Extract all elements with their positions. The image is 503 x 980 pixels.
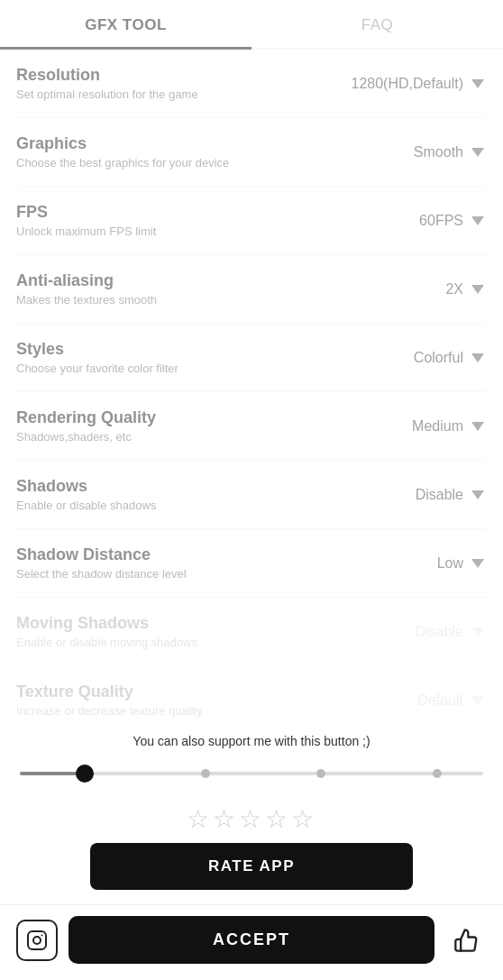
rate-app-button[interactable]: RATE APP <box>90 843 413 890</box>
slider-track[interactable] <box>20 772 483 775</box>
support-text: You can also support me with this button… <box>0 721 503 757</box>
svg-rect-12 <box>28 931 46 949</box>
overlay-blur <box>0 0 503 721</box>
svg-point-14 <box>41 934 43 936</box>
slider-row <box>0 757 503 797</box>
slider-thumb[interactable] <box>76 765 94 783</box>
instagram-button[interactable] <box>16 920 58 961</box>
instagram-icon <box>26 930 48 951</box>
thumbs-up-button[interactable] <box>445 920 487 961</box>
svg-point-13 <box>33 937 41 944</box>
slider-dot-2 <box>316 769 325 778</box>
thumbs-up-icon <box>453 928 479 953</box>
slider-dot-3 <box>433 769 442 778</box>
accept-button[interactable]: ACCEPT <box>69 916 434 964</box>
slider-dot-1 <box>201 769 210 778</box>
stars-row[interactable]: ☆☆☆☆☆ <box>0 797 503 843</box>
overlay: You can also support me with this button… <box>0 0 503 980</box>
bottom-bar: ACCEPT <box>0 904 503 980</box>
